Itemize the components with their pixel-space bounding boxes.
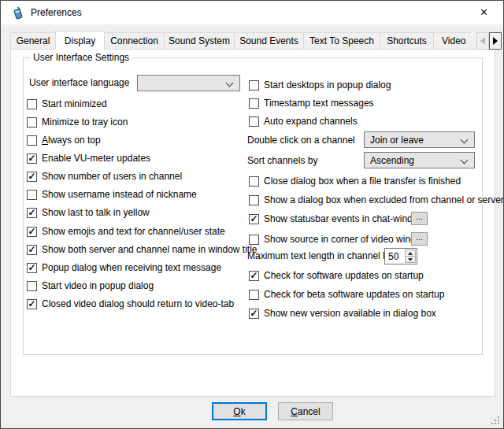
checkbox-box: [249, 214, 259, 224]
checkbox-always-on-top[interactable]: Always on top: [27, 134, 101, 146]
checkbox-box: [27, 227, 37, 237]
language-label-row: User interface language: [29, 76, 129, 89]
checkbox-minimize-to-tray[interactable]: Minimize to tray icon: [27, 116, 128, 128]
checkbox-show-server-channel-title[interactable]: Show both server and channel name in win…: [27, 243, 258, 256]
checkbox-show-dialog-excluded[interactable]: Show a dialog box when excluded from cha…: [249, 194, 504, 206]
checkbox-auto-expand-channels[interactable]: Auto expand channels: [249, 115, 358, 128]
checkbox-statusbar-events[interactable]: Show statusbar events in chat-window: [249, 213, 424, 225]
tab-text-to-speech[interactable]: Text To Speech: [303, 32, 380, 49]
checkbox-box: [249, 98, 259, 109]
checkbox-show-source-video[interactable]: Show source in corner of video window: [249, 233, 428, 246]
checkbox-popup-dialog-text-message[interactable]: Popup dialog when receiving text message: [27, 261, 221, 274]
checkbox-box: [249, 271, 259, 281]
arrow-left-icon: [480, 37, 485, 45]
group-title: User Interface Settings: [30, 52, 132, 63]
checkbox-box: [27, 135, 37, 146]
ok-button[interactable]: Ok: [212, 402, 267, 420]
checkbox-show-emojis[interactable]: Show emojis and text for channel/user st…: [27, 225, 225, 238]
tab-scroll-right-button[interactable]: [489, 32, 502, 50]
preferences-window: Preferences ✕ General Display Connection…: [0, 0, 504, 429]
checkbox-box: [27, 190, 37, 200]
tab-general[interactable]: General: [10, 32, 56, 49]
checkbox-show-number-of-users[interactable]: Show number of users in channel: [27, 170, 182, 183]
checkbox-box: [27, 208, 37, 218]
statusbar-events-ellipsis-button[interactable]: ...: [411, 212, 428, 225]
checkbox-show-username-instead[interactable]: Show username instead of nickname: [27, 188, 197, 201]
triangle-up-icon: [408, 252, 413, 255]
checkbox-start-desktops-popup[interactable]: Start desktops in popup dialog: [249, 79, 391, 91]
checkbox-box: [249, 116, 259, 127]
triangle-down-icon: [408, 258, 413, 261]
checkbox-enable-vu-meter-updates[interactable]: Enable VU-meter updates: [27, 152, 150, 165]
max-text-length-label: Maximum text length in channel list: [247, 250, 395, 261]
video-source-ellipsis-button[interactable]: ...: [411, 232, 428, 246]
checkbox-box: [27, 245, 37, 255]
sort-channels-select[interactable]: Ascending: [364, 152, 475, 168]
checkbox-timestamp-messages[interactable]: Timestamp text messages: [249, 97, 374, 109]
language-label: User interface language: [29, 77, 129, 88]
double-click-label: Double click on a channel: [247, 135, 355, 146]
spin-down-button[interactable]: [405, 256, 416, 263]
double-click-select[interactable]: Join or leave: [364, 131, 475, 148]
checkbox-box: [249, 235, 259, 245]
close-icon: ✕: [480, 6, 488, 18]
checkbox-close-dialog-file-transfer[interactable]: Close dialog box when a file transfer is…: [249, 175, 461, 187]
cancel-button[interactable]: Cancel: [278, 402, 333, 420]
resize-grip[interactable]: [491, 416, 499, 424]
window-title: Preferences: [31, 7, 82, 18]
language-select[interactable]: [137, 75, 240, 91]
checkbox-check-updates[interactable]: Check for software updates on startup: [249, 269, 424, 282]
checkbox-box: [27, 153, 37, 164]
sort-channels-label-row: Sort channels by: [247, 154, 317, 167]
max-text-length-label-row: Maximum text length in channel list: [247, 250, 395, 262]
checkbox-box: [27, 281, 37, 291]
checkbox-start-minimized[interactable]: Start minimized: [27, 98, 107, 110]
tab-connection[interactable]: Connection: [104, 32, 165, 49]
checkbox-box: [27, 263, 37, 273]
checkbox-show-new-version[interactable]: Show new version available in dialog box: [249, 307, 436, 320]
sort-channels-label: Sort channels by: [247, 155, 317, 166]
tab-shortcuts[interactable]: Shortcuts: [380, 32, 434, 49]
checkbox-check-beta-updates[interactable]: Check for beta software updates on start…: [249, 288, 444, 301]
checkbox-box: [27, 299, 37, 309]
checkbox-start-video-popup[interactable]: Start video in popup dialog: [27, 279, 154, 292]
double-click-label-row: Double click on a channel: [247, 134, 355, 146]
checkbox-box: [249, 290, 259, 300]
checkbox-show-last-to-talk[interactable]: Show last to talk in yellow: [27, 206, 150, 219]
tab-sound-events[interactable]: Sound Events: [234, 32, 304, 49]
max-text-length-spinner[interactable]: 50: [384, 248, 417, 264]
tab-video[interactable]: Video: [433, 32, 471, 49]
checkbox-box: [27, 117, 37, 128]
app-icon: [11, 6, 24, 20]
chevron-down-icon: [226, 80, 234, 87]
tab-strip: General Display Connection Sound System …: [10, 32, 471, 49]
checkbox-box: [27, 172, 37, 182]
checkbox-box: [249, 195, 259, 205]
checkbox-box: [249, 309, 259, 319]
arrow-right-icon: [493, 37, 498, 45]
checkbox-box: [249, 80, 259, 91]
tab-display[interactable]: Display: [55, 31, 105, 50]
tab-sound-system[interactable]: Sound System: [164, 32, 235, 49]
title-bar: Preferences ✕: [1, 1, 503, 24]
checkbox-box: [249, 176, 259, 187]
checkbox-box: [27, 99, 37, 109]
checkbox-closed-video-return[interactable]: Closed video dialog should return to vid…: [27, 298, 234, 310]
chevron-down-icon: [461, 157, 469, 165]
chevron-down-icon: [461, 136, 469, 144]
tab-scroll-left-button: [476, 32, 489, 50]
close-button[interactable]: ✕: [466, 1, 502, 24]
